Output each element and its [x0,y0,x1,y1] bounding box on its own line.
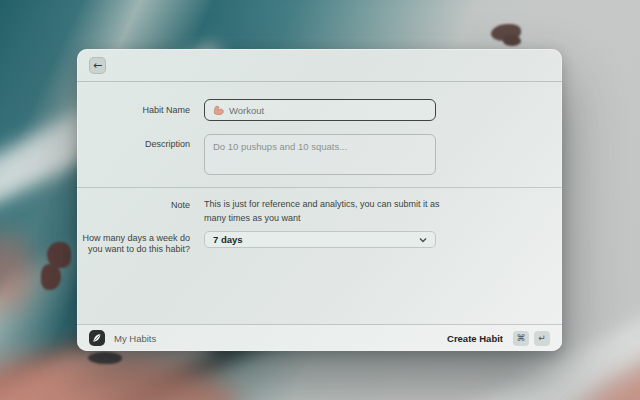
command-key-icon: ⌘ [513,331,529,346]
note-label: Note [77,199,190,212]
description-textarea[interactable]: Do 10 pushups and 10 squats... [204,134,436,175]
back-arrow-icon: ← [93,60,102,71]
wallpaper-creature-left [39,242,75,292]
habit-name-value: Workout [229,105,264,116]
habit-name-label: Habit Name [77,99,190,121]
section-divider [77,187,562,188]
app-name-label: My Habits [114,333,156,344]
wallpaper-creature-top-right [489,21,527,48]
flexed-biceps-icon [212,104,224,116]
days-per-week-value: 7 days [213,234,419,245]
footer-actions: Create Habit ⌘ ↵ [447,331,550,346]
description-placeholder: Do 10 pushups and 10 squats... [213,141,347,152]
create-habit-dialog: ← Habit Name Workout Description Do 10 p… [77,49,562,351]
app-icon [89,330,105,346]
days-per-week-select[interactable]: 7 days [204,231,436,248]
feather-icon [92,333,102,343]
return-key-icon: ↵ [534,331,550,346]
wallpaper-creature-bottom [88,350,124,366]
days-per-week-label: How many days a week do you want to do t… [77,233,190,255]
create-habit-button[interactable]: Create Habit [447,333,503,344]
dialog-header: ← [77,49,562,82]
back-button[interactable]: ← [89,57,106,74]
habit-name-input[interactable]: Workout [204,99,436,121]
note-text: This is just for reference and analytics… [204,198,452,225]
dialog-footer: My Habits Create Habit ⌘ ↵ [77,324,562,351]
chevron-down-icon [419,237,427,243]
app-chip[interactable]: My Habits [89,330,156,346]
description-label: Description [77,139,190,150]
